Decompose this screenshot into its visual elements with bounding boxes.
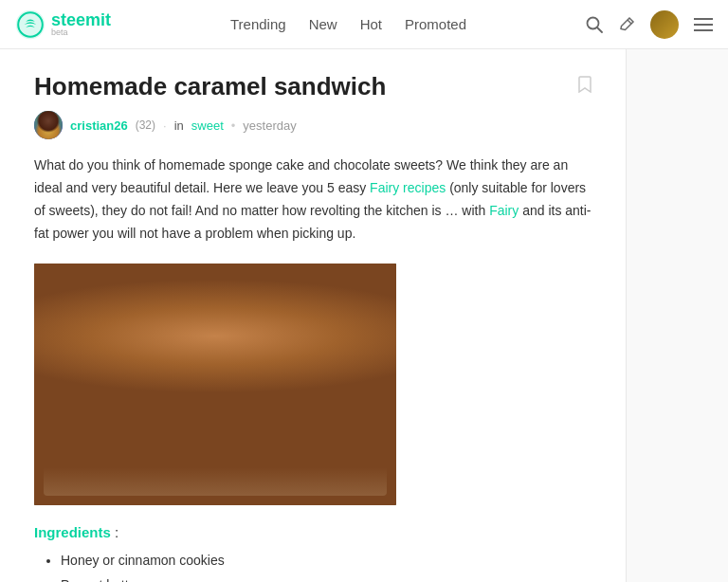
- ingredient-item: Peanut butter: [61, 573, 592, 582]
- ingredients-section: Ingredients : Honey or cinnamon cookies …: [34, 524, 592, 582]
- fairy-recipes-highlight: Fairy recipes: [370, 180, 446, 195]
- article-category[interactable]: sweet: [191, 118, 224, 133]
- ingredients-colon: :: [111, 524, 118, 540]
- logo-beta: beta: [51, 28, 111, 37]
- page-wrapper: Homemade caramel sandwich cristian26 (32…: [0, 49, 728, 582]
- fairy-highlight: Fairy: [489, 203, 519, 218]
- article-meta: cristian26 (32) · in sweet • yesterday: [34, 111, 592, 139]
- user-avatar[interactable]: [650, 10, 679, 39]
- author-avatar[interactable]: [34, 111, 63, 139]
- steemit-logo-icon: [15, 9, 46, 40]
- steemit-logo[interactable]: steemit beta: [15, 9, 111, 40]
- author-name[interactable]: cristian26: [70, 118, 128, 133]
- ingredients-heading: Ingredients: [34, 524, 111, 540]
- logo-text-container: steemit beta: [51, 11, 111, 37]
- article-time: yesterday: [243, 118, 296, 133]
- nav-promoted[interactable]: Promoted: [405, 16, 466, 32]
- menu-icon[interactable]: [694, 17, 713, 32]
- nav-new[interactable]: New: [309, 16, 337, 32]
- nav-trending[interactable]: Trending: [230, 16, 286, 32]
- meta-sep-2: •: [231, 118, 236, 133]
- svg-point-0: [16, 9, 45, 38]
- meta-in-label: in: [174, 118, 184, 133]
- navbar: steemit beta Trending New Hot Promoted: [0, 0, 728, 49]
- edit-icon[interactable]: [618, 16, 635, 33]
- sidebar-right: [626, 49, 728, 582]
- logo-name: steemit: [51, 11, 111, 28]
- search-icon[interactable]: [586, 16, 603, 33]
- navbar-right: [586, 10, 713, 39]
- main-content: Homemade caramel sandwich cristian26 (32…: [0, 49, 626, 582]
- author-reputation: (32): [136, 118, 155, 132]
- ingredients-list: Honey or cinnamon cookies Peanut butter …: [34, 549, 592, 582]
- bookmark-icon[interactable]: [578, 76, 592, 97]
- nav-hot[interactable]: Hot: [360, 16, 382, 32]
- ingredient-item: Honey or cinnamon cookies: [61, 549, 592, 573]
- article-body: What do you think of homemade sponge cak…: [34, 155, 592, 245]
- article-title: Homemade caramel sandwich: [34, 72, 592, 101]
- sandwich-image: [34, 264, 396, 505]
- svg-line-4: [628, 20, 631, 24]
- svg-line-3: [597, 27, 602, 32]
- navbar-center: Trending New Hot Promoted: [230, 16, 466, 32]
- meta-sep-1: ·: [163, 118, 167, 133]
- navbar-left: steemit beta: [15, 9, 111, 40]
